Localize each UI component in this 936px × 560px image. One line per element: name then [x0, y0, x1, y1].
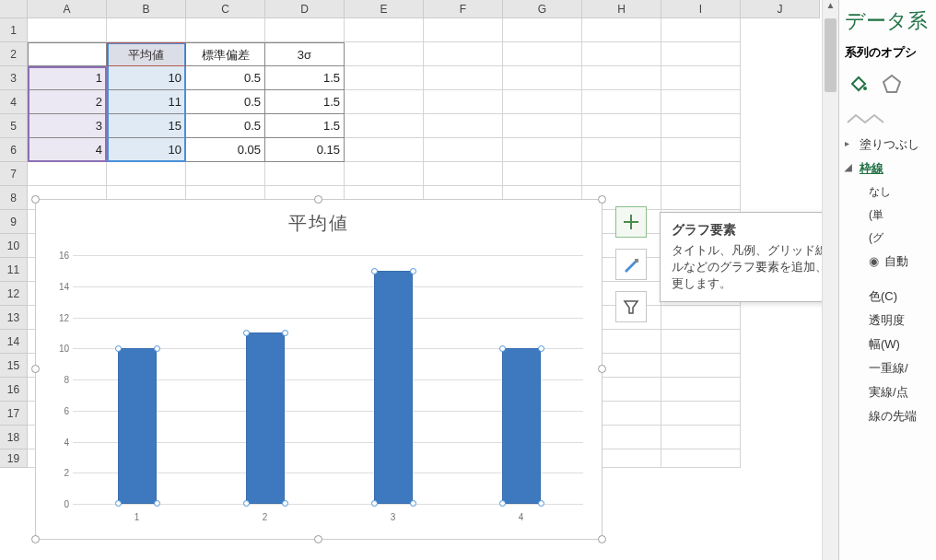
cell[interactable] — [345, 138, 424, 162]
format-pane[interactable]: データ系 系列のオプシ 塗りつぶし 枠線 なし (単 (グ 自動 色(C) 透明… — [838, 0, 936, 560]
cell[interactable] — [186, 162, 265, 186]
resize-handle[interactable] — [314, 535, 322, 543]
cell[interactable] — [503, 66, 582, 90]
cell[interactable] — [661, 90, 741, 114]
series-point-handle[interactable] — [410, 500, 416, 507]
series-point-handle[interactable] — [538, 345, 544, 352]
cell[interactable] — [345, 162, 424, 186]
cell-D5[interactable]: 1.5 — [265, 114, 345, 138]
line-compound[interactable]: 実線/点 — [845, 380, 930, 404]
cell[interactable] — [661, 66, 741, 90]
resize-handle[interactable] — [598, 365, 606, 373]
cell-D2[interactable]: 3σ — [265, 42, 345, 66]
cell-C4[interactable]: 0.5 — [186, 90, 265, 114]
data-bar[interactable] — [118, 348, 157, 504]
cell[interactable] — [661, 162, 741, 186]
cell[interactable] — [582, 42, 661, 66]
row-header[interactable]: 12 — [0, 282, 28, 306]
row-header[interactable]: 8 — [0, 186, 28, 210]
resize-handle[interactable] — [31, 195, 40, 204]
cell-B3[interactable]: 10 — [107, 66, 186, 90]
series-point-handle[interactable] — [115, 345, 122, 352]
cell[interactable] — [661, 449, 741, 468]
resize-handle[interactable] — [314, 195, 322, 204]
series-point-handle[interactable] — [499, 345, 506, 352]
col-header-E[interactable]: E — [345, 0, 424, 18]
chart-elements-button[interactable] — [615, 206, 647, 238]
cell[interactable] — [661, 330, 741, 354]
section-fill[interactable]: 塗りつぶし — [845, 133, 930, 157]
line-dash[interactable]: 一重線/ — [845, 356, 930, 380]
cell-A5[interactable]: 3 — [28, 114, 107, 138]
cell[interactable] — [345, 90, 424, 114]
resize-handle[interactable] — [598, 535, 606, 543]
row-header[interactable]: 16 — [0, 378, 28, 402]
series-point-handle[interactable] — [371, 500, 378, 507]
cell[interactable] — [345, 66, 424, 90]
line-option-none[interactable]: なし — [845, 181, 930, 204]
cell-A2[interactable] — [28, 42, 107, 66]
cell[interactable] — [424, 138, 503, 162]
line-width[interactable]: 幅(W) — [845, 332, 930, 356]
cell[interactable] — [503, 138, 582, 162]
spreadsheet-grid[interactable]: A B C D E F G H I J 1 — [0, 0, 838, 560]
row-header[interactable]: 15 — [0, 354, 28, 378]
row-header[interactable]: 19 — [0, 449, 28, 468]
cell[interactable] — [424, 42, 503, 66]
cell-A3[interactable]: 1 — [28, 66, 107, 90]
series-point-handle[interactable] — [243, 330, 250, 336]
row-header[interactable]: 10 — [0, 234, 28, 258]
col-header-G[interactable]: G — [503, 0, 582, 18]
scroll-thumb[interactable] — [825, 18, 837, 92]
resize-handle[interactable] — [31, 365, 40, 373]
select-all-corner[interactable] — [0, 0, 28, 18]
line-option-gradient[interactable]: (グ — [845, 227, 930, 250]
row-header[interactable]: 14 — [0, 330, 28, 354]
cell-C3[interactable]: 0.5 — [186, 66, 265, 90]
cell[interactable] — [661, 306, 741, 330]
cell[interactable] — [661, 138, 741, 162]
row-header[interactable]: 9 — [0, 210, 28, 234]
row-header[interactable]: 3 — [0, 66, 28, 90]
cell-C6[interactable]: 0.05 — [186, 138, 265, 162]
data-bar[interactable] — [374, 271, 413, 504]
series-point-handle[interactable] — [243, 500, 250, 507]
cell[interactable] — [503, 42, 582, 66]
cell-D6[interactable]: 0.15 — [265, 138, 345, 162]
cell[interactable] — [661, 42, 741, 66]
cell-E2[interactable] — [345, 42, 424, 66]
col-header-C[interactable]: C — [186, 0, 265, 18]
row-header[interactable]: 1 — [0, 18, 28, 42]
row-header[interactable]: 6 — [0, 138, 28, 162]
cell-A6[interactable]: 4 — [28, 138, 107, 162]
cell-B6[interactable]: 10 — [107, 138, 186, 162]
cell[interactable] — [424, 162, 503, 186]
cell[interactable] — [661, 354, 741, 378]
cell[interactable] — [503, 90, 582, 114]
col-header-F[interactable]: F — [424, 0, 503, 18]
cell[interactable] — [424, 90, 503, 114]
cell-C1[interactable] — [186, 18, 265, 42]
cell[interactable] — [661, 186, 741, 210]
col-header-B[interactable]: B — [107, 0, 186, 18]
line-option-solid[interactable]: (単 — [845, 204, 930, 227]
row-header[interactable]: 17 — [0, 402, 28, 426]
cell-D3[interactable]: 1.5 — [265, 66, 345, 90]
series-point-handle[interactable] — [538, 500, 544, 507]
row-header[interactable]: 11 — [0, 258, 28, 282]
cell[interactable] — [424, 66, 503, 90]
cell[interactable] — [582, 66, 661, 90]
chart-filter-button[interactable] — [615, 291, 647, 322]
col-header-H[interactable]: H — [582, 0, 661, 18]
row-header[interactable]: 7 — [0, 162, 28, 186]
series-point-handle[interactable] — [282, 500, 288, 507]
vertical-scrollbar[interactable]: ▲ — [822, 0, 838, 560]
cell-I1[interactable] — [661, 18, 741, 42]
cell[interactable] — [345, 114, 424, 138]
series-point-handle[interactable] — [282, 330, 288, 336]
data-bar[interactable] — [502, 348, 541, 504]
cell[interactable] — [582, 162, 661, 186]
cell[interactable] — [424, 114, 503, 138]
col-header-A[interactable]: A — [28, 0, 107, 18]
series-point-handle[interactable] — [154, 345, 160, 352]
